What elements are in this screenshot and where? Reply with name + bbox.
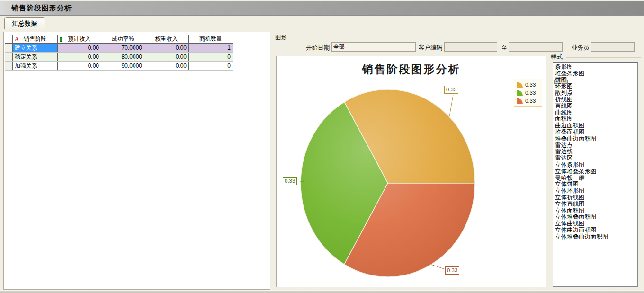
legend-item: 0.33 [517,89,539,97]
slice-value-label: 0.33 [444,86,458,94]
list-item[interactable]: 立体面积图 [555,208,585,214]
row-selector[interactable] [5,53,13,62]
legend-item: 0.33 [517,81,539,89]
cell-weighted-income[interactable]: 0.00 [144,62,189,71]
list-item[interactable]: 堆叠条形图 [555,71,585,77]
sort-a-icon: A [15,36,19,43]
col-header-opportunity-count[interactable]: 商机数量 [189,35,233,44]
list-item[interactable]: 折线图 [555,97,573,103]
tab-strip: 汇总数据 [0,16,644,29]
list-item[interactable]: 立体曲线图 [555,221,585,227]
style-group-label: 样式 [551,53,563,61]
legend-swatch-orange [517,82,523,88]
pie-chart-area: 销售阶段图形分析 0.33 0.33 0.33 [276,56,546,287]
table-row[interactable]: 加强关系 0.00 90.0000 0.00 0 [5,62,233,71]
list-item[interactable]: 立体环形图 [555,188,585,195]
cell-weighted-income[interactable]: 0.00 [144,44,189,53]
summary-grid-panel: A销售阶段 预计收入 成功率% 权重收入 商机数量 建立关系 0.00 70.0… [3,32,270,290]
col-header-success-rate[interactable]: 成功率% [101,35,144,44]
list-item[interactable]: 条形图 [555,64,573,71]
salesman-input[interactable] [591,42,635,52]
style-group-line [566,57,641,58]
cell-opportunity-count[interactable]: 0 [189,62,233,71]
row-selector[interactable] [5,44,13,53]
customer-code-label: 客户编码 [419,44,442,52]
table-row[interactable]: 稳定关系 0.00 80.0000 0.00 0 [5,53,233,62]
start-date-input[interactable] [331,42,416,52]
list-item[interactable]: 立体堆叠面积图 [555,214,597,221]
cell-expected-income[interactable]: 0.00 [58,53,101,62]
cell-success-rate[interactable]: 90.0000 [101,62,144,71]
start-date-label: 开始日期 [306,44,330,52]
list-item[interactable]: 雷达点 [555,142,573,149]
list-item[interactable]: 曲边面积图 [555,123,585,129]
cell-stage[interactable]: 稳定关系 [13,53,58,62]
app-window: 销售阶段图形分析 汇总数据 A销售阶段 预计收入 成功率% 权重收入 商机数量 … [0,0,644,293]
list-item-selected[interactable]: 饼图 [555,77,567,84]
slice-value-label: 0.33 [283,177,297,185]
chart-style-listbox[interactable]: 条形图 堆叠条形图 饼图 环形图 散列点 折线图 直线图 曲线图 面积图 曲边面… [553,62,638,287]
list-item[interactable]: 立体堆叠曲边面积图 [555,234,609,240]
cell-weighted-income[interactable]: 0.00 [144,53,189,62]
legend-swatch-green [517,90,523,96]
legend-item: 0.33 [517,97,539,105]
row-selector-header [5,35,13,44]
list-item[interactable]: 面积图 [555,116,573,123]
legend-swatch-red [517,98,523,104]
list-item[interactable]: 立体直线图 [555,201,585,208]
list-item[interactable]: 雷达区 [555,155,573,162]
graph-panel-caption: 图形 [275,34,287,42]
customer-code-to-input[interactable] [509,42,563,52]
row-selector[interactable] [5,62,13,71]
list-item[interactable]: 曲线图 [555,110,573,116]
cell-expected-income[interactable]: 0.00 [58,62,101,71]
label-connector [449,95,453,116]
list-item[interactable]: 曼哈顿三维 [555,175,585,182]
to-label: 至 [501,44,508,52]
list-item[interactable]: 环形图 [555,83,573,90]
green-pill-icon [60,37,62,42]
pie-sheen-overlay [301,89,475,277]
status-strip [0,290,644,293]
list-item[interactable]: 立体饼图 [555,181,579,188]
list-item[interactable]: 立体曲边面积图 [555,227,597,234]
title-bar: 销售阶段图形分析 [0,1,644,16]
cell-success-rate[interactable]: 80.0000 [101,53,144,62]
page-title: 销售阶段图形分析 [11,4,72,13]
chart-legend: 0.33 0.33 0.33 [514,79,542,107]
pie-chart[interactable] [277,56,546,287]
cell-success-rate[interactable]: 70.0000 [101,44,144,53]
table-row[interactable]: 建立关系 0.00 70.0000 0.00 1 [5,44,233,53]
tab-summary-data[interactable]: 汇总数据 [4,17,45,29]
list-item[interactable]: 堆叠面积图 [555,129,585,136]
cell-stage[interactable]: 建立关系 [13,44,58,53]
sales-stage-table: A销售阶段 预计收入 成功率% 权重收入 商机数量 建立关系 0.00 70.0… [5,35,233,71]
cell-stage[interactable]: 加强关系 [13,62,58,71]
customer-code-input[interactable] [444,42,497,52]
slice-value-label: 0.33 [445,266,459,275]
salesman-label: 业务员 [572,44,590,52]
cell-opportunity-count[interactable]: 1 [189,44,233,53]
col-header-weighted-income[interactable]: 权重收入 [144,35,189,44]
graph-panel: 图形 开始日期 客户编码 至 业务员 销售阶段图形分析 [274,32,642,290]
list-item[interactable]: 散列点 [555,90,573,97]
list-item[interactable]: 雷达线 [555,149,573,155]
list-item[interactable]: 立体堆叠条形图 [555,169,597,175]
list-item[interactable]: 堆叠曲边面积图 [555,136,597,142]
list-item[interactable]: 立体折线图 [555,195,585,201]
table-header-row: A销售阶段 预计收入 成功率% 权重收入 商机数量 [5,35,233,44]
cell-opportunity-count[interactable]: 0 [189,53,233,62]
col-header-expected-income[interactable]: 预计收入 [58,35,101,44]
cell-expected-income[interactable]: 0.00 [58,44,101,53]
col-header-stage[interactable]: A销售阶段 [13,35,58,44]
list-item[interactable]: 直线图 [555,103,573,110]
list-item[interactable]: 立体条形图 [555,162,585,169]
